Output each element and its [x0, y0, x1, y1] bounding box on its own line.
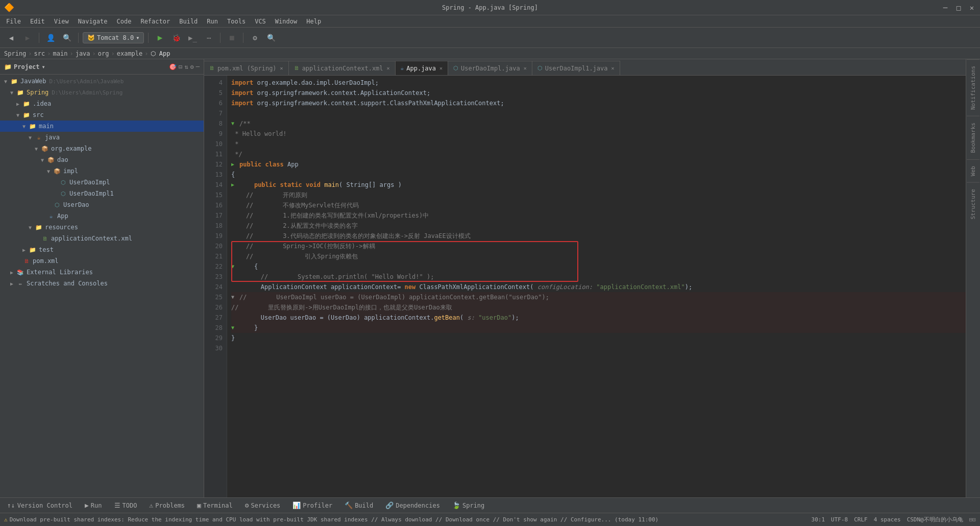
global-search-button[interactable]: 🔍 — [264, 31, 278, 45]
code-line-4: import org.example.dao.impl.UserDaoImpl; — [231, 78, 968, 88]
vtab-structure[interactable]: Structure — [967, 182, 979, 226]
forward-button[interactable]: ▶ — [20, 31, 35, 45]
bottom-tab-terminal[interactable]: ▣ Terminal — [194, 500, 236, 510]
bottom-tab-vcs[interactable]: ↑↓ Version Control — [4, 500, 76, 510]
tree-item-test[interactable]: ▶ 📁 test — [0, 244, 204, 255]
project-dropdown-icon[interactable]: ▾ — [42, 63, 45, 70]
menu-refactor[interactable]: Refactor — [136, 17, 174, 26]
tree-item-extlibs[interactable]: ▶ 📚 External Libraries — [0, 267, 204, 278]
tab-close-pom[interactable]: ✕ — [280, 65, 283, 71]
more-run-button[interactable]: ⋯ — [202, 31, 216, 45]
fold-marker-25[interactable]: ▼ — [231, 292, 237, 302]
bottom-tab-profiler[interactable]: 📊 Profiler — [289, 500, 335, 510]
tree-item-idea[interactable]: ▶ 📁 .idea — [0, 98, 204, 109]
breadcrumb-src[interactable]: src — [34, 50, 45, 57]
breadcrumb-app[interactable]: ⬡ App — [151, 50, 170, 57]
run-marker-14[interactable]: ▶ — [231, 180, 237, 190]
status-linesep[interactable]: CRLF — [854, 516, 868, 523]
tab-label-userdaoimpl: UserDaoImpl.java — [461, 65, 520, 72]
tab-app-java[interactable]: ☕ App.java ✕ — [396, 61, 448, 75]
menu-code[interactable]: Code — [113, 17, 136, 26]
tab-userdaoimpl1[interactable]: ⬡ UserDaoImpl1.java ✕ — [532, 61, 620, 75]
menu-edit[interactable]: Edit — [26, 17, 49, 26]
run-marker-12[interactable]: ▶ — [231, 159, 237, 170]
run-button[interactable]: ▶ — [153, 31, 167, 45]
tree-item-userdaoimpl[interactable]: ⬡ UserDaoImpl — [0, 177, 204, 188]
locate-button[interactable]: 🎯 — [169, 63, 177, 70]
bottom-tab-dependencies[interactable]: 🔗 Dependencies — [382, 500, 443, 510]
tree-item-spring[interactable]: ▼ 📁 Spring D:\Users\Admin\Spring — [0, 87, 204, 98]
breadcrumb-java[interactable]: java — [76, 50, 90, 57]
vtab-bookmarks[interactable]: Bookmarks — [967, 116, 979, 159]
tab-close-app[interactable]: ✕ — [439, 65, 443, 71]
status-indent[interactable]: 4 spaces — [874, 516, 901, 523]
tab-appctx-xml[interactable]: 🗎 applicationContext.xml ✕ — [289, 61, 396, 75]
stop-button[interactable]: ⏹ — [225, 31, 239, 45]
close-button[interactable]: ✕ — [968, 4, 976, 12]
debug-button[interactable]: 🐞 — [169, 31, 183, 45]
menu-file[interactable]: File — [2, 17, 25, 26]
menu-run[interactable]: Run — [203, 17, 222, 26]
coverage-button[interactable]: ▶̲ — [185, 31, 200, 45]
tree-item-javaweb[interactable]: ▼ 📁 JavaWeb D:\Users\Admin\JavaWeb — [0, 76, 204, 87]
bottom-tab-problems[interactable]: ⚠ Problems — [146, 500, 188, 510]
menu-help[interactable]: Help — [302, 17, 325, 26]
menu-tools[interactable]: Tools — [223, 17, 250, 26]
tab-userdaoimpl[interactable]: ⬡ UserDaoImpl.java ✕ — [448, 61, 532, 75]
settings-gear-button[interactable]: ⚙ — [190, 63, 194, 70]
tree-item-userdao[interactable]: ⬡ UserDao — [0, 199, 204, 210]
menu-view[interactable]: View — [50, 17, 73, 26]
tab-close-userdaoimpl1[interactable]: ✕ — [611, 65, 615, 71]
menu-navigate[interactable]: Navigate — [74, 17, 112, 26]
tree-item-userdaoimpl1[interactable]: ⬡ UserDaoImpl1 — [0, 188, 204, 199]
bottom-tab-todo[interactable]: ☰ TODO — [111, 500, 140, 510]
tree-item-main[interactable]: ▼ 📁 main — [0, 121, 204, 132]
folder-icon-idea: 📁 — [22, 100, 31, 108]
menu-build[interactable]: Build — [175, 17, 202, 26]
breadcrumb-org[interactable]: org — [98, 50, 109, 57]
maximize-button[interactable]: □ — [954, 4, 963, 12]
tab-close-userdaoimpl[interactable]: ✕ — [524, 65, 527, 71]
settings-button[interactable]: ⚙ — [248, 31, 262, 45]
fold-marker-8[interactable]: ▼ — [231, 118, 237, 129]
bottom-tab-run[interactable]: ▶ Run — [82, 500, 105, 510]
breadcrumb-example[interactable]: example — [117, 50, 143, 57]
breadcrumb-main[interactable]: main — [53, 50, 68, 57]
vtab-notifications[interactable]: Notifications — [967, 59, 979, 116]
fold-marker-28[interactable]: ▼ — [231, 323, 237, 333]
tree-item-resources[interactable]: ▼ 📁 resources — [0, 222, 204, 233]
tree-item-pom[interactable]: 🗎 pom.xml — [0, 255, 204, 267]
tree-item-app[interactable]: ☕ App — [0, 210, 204, 222]
vtab-web[interactable]: Web — [967, 159, 979, 182]
sort-button[interactable]: ⇅ — [184, 63, 188, 70]
tree-item-java[interactable]: ▼ ☕ java — [0, 132, 204, 143]
hide-panel-button[interactable]: ─ — [196, 63, 200, 70]
user-icon[interactable]: 👤 — [43, 31, 58, 45]
layout-toggle[interactable]: ⊟⊡ — [969, 516, 976, 523]
tab-pom-xml[interactable]: 🗎 pom.xml (Spring) ✕ — [204, 61, 289, 75]
breadcrumb-spring[interactable]: Spring — [4, 50, 26, 57]
bottom-tab-build[interactable]: 🔨 Build — [341, 500, 376, 510]
minimize-button[interactable]: ─ — [941, 4, 949, 12]
tree-item-impl[interactable]: ▼ 📦 impl — [0, 165, 204, 177]
collapse-button[interactable]: ⊟ — [179, 63, 182, 70]
tree-item-src[interactable]: ▼ 📁 src — [0, 109, 204, 121]
status-encoding[interactable]: UTF-8 — [831, 516, 848, 523]
tree-item-scratches[interactable]: ▶ ✏ Scratches and Consoles — [0, 278, 204, 289]
search-icon[interactable]: 🔍 — [60, 31, 74, 45]
bottom-tab-services[interactable]: ⚙ Services — [242, 500, 284, 510]
tree-item-dao[interactable]: ▼ 📦 dao — [0, 154, 204, 165]
tab-close-appctx[interactable]: ✕ — [387, 65, 390, 71]
bottom-tab-spring[interactable]: 🍃 Spring — [449, 500, 487, 510]
toolbar-sep-5 — [243, 33, 243, 43]
menu-vcs[interactable]: VCS — [251, 17, 270, 26]
code-area[interactable]: import org.example.dao.impl.UserDaoImpl;… — [227, 76, 972, 497]
status-message[interactable]: Download pre-built shared indexes: Reduc… — [10, 516, 659, 523]
fold-marker-22[interactable]: ▼ — [231, 261, 237, 272]
tomcat-selector[interactable]: 🐱 Tomcat 8.0 ▾ — [83, 32, 144, 43]
menu-window[interactable]: Window — [271, 17, 301, 26]
back-button[interactable]: ◀ — [4, 31, 18, 45]
tree-item-org-example[interactable]: ▼ 📦 org.example — [0, 143, 204, 154]
tree-item-appctx-xml[interactable]: 🗎 applicationContext.xml — [0, 233, 204, 244]
tree-arrow-java: ▼ — [29, 135, 35, 140]
